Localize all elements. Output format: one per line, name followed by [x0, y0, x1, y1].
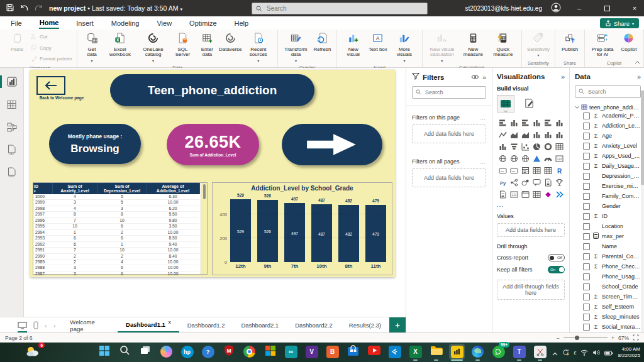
field-checkbox[interactable]	[583, 253, 590, 260]
redo-icon[interactable]	[35, 4, 43, 13]
field-addiction-level[interactable]: ΣAddiction_Level	[575, 121, 641, 131]
taskbar-teams-icon[interactable]: T	[511, 344, 527, 359]
taskbar-excel-icon[interactable]: X	[408, 344, 423, 359]
menu-item-file[interactable]: File	[10, 18, 23, 28]
field-checkbox[interactable]	[583, 123, 590, 129]
zoom-slider-thumb[interactable]	[575, 336, 579, 340]
table-scrollbar[interactable]	[201, 183, 207, 274]
search-input[interactable]	[265, 4, 423, 13]
table-column-header[interactable]: Sum of Anxiety_Level	[52, 183, 97, 194]
filters-all-dropzone[interactable]: Add data fields here	[412, 168, 486, 187]
ribbon-button-publish[interactable]: Publish	[560, 31, 580, 53]
page-tab-welcome-page[interactable]: Welcome page	[62, 317, 118, 333]
page-tab-dashboard2.2[interactable]: Dashboard2.2	[287, 317, 341, 333]
field-age[interactable]: ΣAge	[575, 131, 641, 141]
menu-item-insert[interactable]: Insert	[75, 18, 94, 28]
maximize-button[interactable]	[597, 0, 616, 16]
taskbar-hp-icon[interactable]: hp	[179, 344, 195, 359]
line-chart-icon[interactable]	[499, 131, 507, 140]
menu-item-help[interactable]: Help	[234, 18, 250, 28]
fit-to-page-icon[interactable]	[633, 334, 639, 342]
card-icon[interactable]	[499, 167, 507, 176]
taskbar-edge-icon[interactable]	[470, 344, 486, 359]
gauge-icon[interactable]	[544, 155, 552, 164]
azure-map-icon[interactable]	[533, 155, 541, 164]
scatter-chart-icon[interactable]	[521, 143, 530, 152]
menu-item-home[interactable]: Home	[39, 18, 60, 29]
close-button[interactable]: ×	[625, 0, 644, 16]
new-page-button[interactable]: +	[389, 317, 406, 333]
chart-bar-group[interactable]: 497497	[284, 197, 305, 262]
table-node[interactable]: teen_phone_addictio...	[575, 104, 641, 111]
python-visual-icon[interactable]: Py	[499, 178, 507, 188]
mobile-layout-icon[interactable]	[33, 321, 38, 329]
taskbar-b-app-icon[interactable]: B	[325, 344, 340, 359]
taskbar-microsoft-365-icon[interactable]	[262, 344, 278, 359]
page-tab-dashboard2.1[interactable]: Dashboard2.1	[233, 317, 287, 333]
zoom-out-button[interactable]: −	[557, 335, 560, 341]
ribbon-button-sensitivity[interactable]: Sensitivity▾	[526, 31, 550, 58]
chart-bar-group[interactable]: 479479	[365, 197, 386, 262]
report-page[interactable]: Back to Welcome page Teen_phone_addictio…	[30, 70, 395, 277]
page-tab-dashboard1.2[interactable]: Dashboard1.2	[179, 317, 233, 333]
donut-chart-icon[interactable]	[544, 143, 552, 152]
desktop-layout-icon[interactable]	[18, 322, 27, 329]
field-gender[interactable]: Gender	[575, 201, 641, 211]
zoom-slider[interactable]	[564, 337, 608, 338]
field-checkbox[interactable]	[583, 314, 590, 321]
keep-all-filters-toggle[interactable]: On	[548, 266, 565, 273]
chart-bar-group[interactable]: 529529	[230, 197, 251, 262]
share-button[interactable]: Share ▾	[600, 18, 639, 28]
line-and-stacked-column-chart-icon[interactable]	[533, 131, 541, 140]
report-canvas[interactable]: Back to Welcome page Teen_phone_addictio…	[24, 68, 406, 317]
account-avatar[interactable]	[551, 3, 561, 14]
field-checkbox[interactable]	[583, 304, 590, 310]
sync-icon[interactable]	[562, 347, 569, 358]
stacked-column-chart-icon[interactable]	[510, 119, 518, 128]
stacked-area-chart-icon[interactable]	[521, 131, 530, 140]
filters-search[interactable]	[412, 86, 486, 99]
minimize-button[interactable]: –	[570, 0, 589, 16]
table-column-header[interactable]: Sum of Depression_Level	[97, 183, 147, 194]
field-checkbox[interactable]	[583, 213, 590, 220]
page-tab-dashboard1.1[interactable]: Dashboard1.1x	[118, 317, 179, 333]
ribbon-button-recent-sources[interactable]: Recent sources▾	[243, 31, 273, 63]
hundred-stacked-bar-chart-icon[interactable]	[544, 119, 552, 128]
dax-query-view-icon[interactable]: DAX	[0, 142, 23, 157]
field-checkbox[interactable]	[583, 183, 590, 190]
field-checkbox[interactable]	[583, 193, 590, 200]
table-column-header[interactable]: ID▾	[33, 183, 52, 194]
clustered-bar-chart-icon[interactable]	[521, 119, 530, 128]
menu-item-modeling[interactable]: Modeling	[111, 18, 140, 28]
chart-bar-group[interactable]: 487487	[311, 197, 332, 262]
field-checkbox[interactable]	[583, 112, 590, 119]
bar-chart-visual[interactable]: Addiction_Level by School_Grade 52952952…	[212, 182, 392, 275]
collapse-visualizations-icon[interactable]: »	[561, 73, 565, 80]
stacked-bar-chart-icon[interactable]	[499, 119, 507, 128]
next-page-icon[interactable]: ›	[53, 322, 56, 329]
metrics-icon[interactable]: 123	[510, 190, 518, 200]
chart-bar-group[interactable]: 482482	[338, 197, 359, 262]
field-depression-le-[interactable]: Depression_Le...	[575, 171, 641, 181]
ribbon-button-more-visuals[interactable]: More visuals▾	[391, 31, 418, 63]
pie-chart-icon[interactable]	[533, 143, 541, 152]
field-checkbox[interactable]	[583, 283, 590, 290]
field-id[interactable]: ΣID	[575, 211, 641, 221]
table-scrollbar-thumb[interactable]	[203, 184, 206, 199]
kpi-icon[interactable]	[510, 167, 518, 176]
r-script-visual-icon[interactable]: R	[555, 167, 564, 176]
filled-map-icon[interactable]	[510, 155, 518, 164]
field-checkbox[interactable]	[583, 243, 590, 250]
data-search[interactable]	[575, 85, 641, 98]
ribbon-chart-icon[interactable]	[555, 131, 564, 140]
eye-icon[interactable]	[471, 74, 479, 81]
ribbon-button-format-painter[interactable]: Format painter	[30, 55, 72, 64]
taskbar-arduino-icon[interactable]: ∞	[283, 344, 299, 359]
field-school-grade[interactable]: School_Grade	[575, 282, 641, 292]
field-location[interactable]: Location	[575, 221, 641, 231]
field-apps-used-d-[interactable]: ΣApps_Used_D...	[575, 151, 641, 161]
field-name[interactable]: Name	[575, 241, 641, 251]
close-tab-icon[interactable]: x	[169, 320, 171, 324]
collapse-ribbon-icon[interactable]	[635, 59, 640, 65]
ribbon-button-new-measure[interactable]: New measure	[460, 31, 486, 58]
